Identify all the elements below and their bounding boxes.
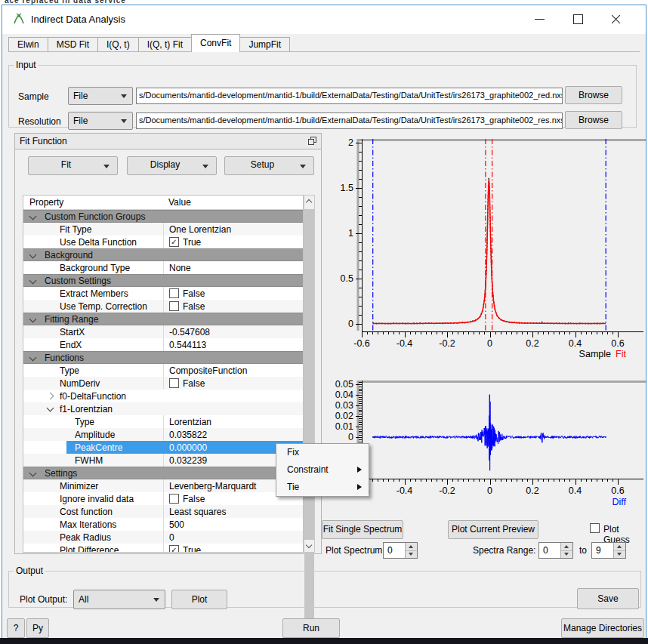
property-value[interactable]: One Lorentzian	[163, 223, 303, 236]
table-row[interactable]: PeakCentre0.000000	[23, 441, 303, 454]
difference-plot[interactable]: -0.6-0.4-0.200.20.40.600.010.020.030.040…	[326, 371, 646, 516]
tab-i-q-t-fit[interactable]: I(Q, t) Fit	[138, 37, 192, 52]
table-row[interactable]: Use Delta Function✓True	[23, 236, 303, 248]
scroll-up-icon[interactable]	[304, 196, 314, 208]
plot-button[interactable]: Plot	[171, 590, 227, 609]
checkbox-checked-icon[interactable]: ✓	[169, 237, 179, 247]
chevron-down-icon[interactable]	[29, 277, 37, 285]
property-value[interactable]: None	[163, 261, 303, 274]
save-button[interactable]: Save	[577, 588, 639, 609]
property-value[interactable]: 0	[163, 531, 303, 544]
table-row[interactable]: Background TypeNone	[23, 261, 303, 274]
scroll-down-icon[interactable]	[304, 540, 314, 552]
checkbox-unchecked-icon[interactable]	[169, 301, 179, 311]
tab-i-q-t[interactable]: I(Q, t)	[97, 37, 139, 52]
chevron-down-icon[interactable]	[29, 213, 37, 220]
chevron-down-icon[interactable]	[29, 354, 37, 362]
table-scrollbar[interactable]	[304, 195, 315, 553]
menu-item-tie[interactable]: Tie	[276, 479, 369, 496]
resolution-browse-button[interactable]: Browse	[565, 111, 622, 129]
property-value[interactable]: Lorentzian	[163, 415, 303, 428]
plot-guess-checkbox[interactable]	[590, 523, 600, 533]
spin-down-icon[interactable]	[614, 550, 625, 558]
resolution-file-field[interactable]: s/Documents/mantid-development/mantid-1/…	[136, 112, 563, 129]
property-value[interactable]: 0.544113	[163, 338, 303, 351]
table-row[interactable]: FWHM0.032239	[23, 454, 303, 467]
table-row[interactable]: StartX-0.547608	[23, 325, 303, 338]
property-value[interactable]: 0.035822	[163, 428, 303, 441]
property-value[interactable]: False	[163, 287, 303, 300]
table-branch-row[interactable]: f1-Lorentzian	[23, 402, 303, 415]
property-value[interactable]: 500	[163, 518, 303, 531]
table-row[interactable]: TypeLorentzian	[23, 415, 303, 428]
table-row[interactable]: Amplitude0.035822	[23, 428, 303, 441]
run-button[interactable]: Run	[282, 618, 340, 638]
spin-down-icon[interactable]	[561, 550, 572, 558]
table-group-row[interactable]: Settings	[23, 467, 303, 479]
resolution-source-combo[interactable]: File	[68, 112, 133, 130]
checkbox-unchecked-icon[interactable]	[169, 378, 179, 388]
checkbox-checked-icon[interactable]: ✓	[169, 545, 179, 553]
help-button[interactable]: ?	[7, 618, 25, 638]
close-button[interactable]	[599, 5, 632, 31]
property-value[interactable]: False	[163, 300, 303, 313]
table-row[interactable]: Cost functionLeast squares	[23, 505, 303, 518]
spectra-range-to-spinbox[interactable]: 9	[591, 542, 626, 559]
table-row[interactable]: TypeCompositeFunction	[23, 364, 303, 377]
property-value[interactable]: -0.547608	[163, 325, 303, 338]
table-branch-row[interactable]: f0-DeltaFunction	[23, 390, 303, 402]
setup-menu-button[interactable]: Setup	[224, 156, 314, 175]
table-row[interactable]: Ignore invalid dataFalse	[23, 492, 303, 505]
table-row[interactable]: Plot Difference✓True	[23, 544, 303, 553]
table-group-row[interactable]: Custom Settings	[23, 274, 303, 287]
table-group-row[interactable]: Background	[23, 248, 303, 261]
table-group-row[interactable]: Fitting Range	[23, 313, 303, 325]
chevron-down-icon[interactable]	[29, 470, 37, 477]
fit-single-spectrum-button[interactable]: Fit Single Spectrum	[322, 520, 403, 539]
menu-item-fix[interactable]: Fix	[276, 444, 369, 461]
chevron-down-icon[interactable]	[29, 316, 37, 323]
table-row[interactable]: Extract MembersFalse	[23, 287, 303, 300]
property-value[interactable]: Least squares	[163, 505, 303, 518]
table-group-row[interactable]: Custom Function Groups	[23, 210, 303, 223]
sample-file-field[interactable]: s/Documents/mantid-development/mantid-1/…	[136, 88, 563, 104]
checkbox-unchecked-icon[interactable]	[169, 288, 179, 298]
table-row[interactable]: MinimizerLevenberg-Marquardt	[23, 479, 303, 492]
table-row[interactable]: Max Iterations500	[23, 518, 303, 531]
tab-jumpfit[interactable]: JumpFit	[239, 37, 290, 52]
manage-directories-button[interactable]: Manage Directories	[561, 618, 644, 638]
float-panel-icon[interactable]	[308, 137, 316, 145]
spectra-range-from-spinbox[interactable]: 0	[538, 542, 573, 559]
chevron-down-icon[interactable]	[29, 251, 37, 259]
sample-source-combo[interactable]: File	[68, 87, 133, 105]
sample-fit-preview-plot[interactable]: -0.6-0.4-0.200.20.40.600.511.52SampleFit	[326, 133, 646, 371]
chevron-right-icon[interactable]	[47, 393, 54, 400]
title-bar[interactable]: Indirect Data Analysis	[2, 5, 646, 34]
property-value[interactable]: ✓True	[163, 236, 303, 248]
property-value[interactable]: False	[163, 377, 303, 390]
table-row[interactable]: Use Temp. CorrectionFalse	[23, 300, 303, 313]
tab-msd-fit[interactable]: MSD Fit	[48, 37, 98, 52]
table-row[interactable]: Peak Radius0	[23, 531, 303, 544]
python-export-button[interactable]: Py	[26, 618, 49, 638]
table-row[interactable]: Fit TypeOne Lorentzian	[23, 223, 303, 236]
table-row[interactable]: NumDerivFalse	[23, 377, 303, 390]
plot-current-preview-button[interactable]: Plot Current Preview	[448, 520, 538, 539]
fit-function-titlebar[interactable]: Fit Function	[15, 134, 321, 149]
spin-down-icon[interactable]	[406, 550, 417, 558]
menu-item-constraint[interactable]: Constraint	[276, 461, 369, 479]
table-row[interactable]: EndX0.544113	[23, 338, 303, 351]
display-menu-button[interactable]: Display	[127, 156, 217, 175]
plot-output-combo[interactable]: All	[73, 590, 165, 609]
tab-convfit[interactable]: ConvFit	[191, 34, 240, 52]
property-value[interactable]: CompositeFunction	[163, 364, 303, 377]
property-value[interactable]: ✓True	[163, 544, 303, 553]
sample-browse-button[interactable]: Browse	[565, 86, 622, 104]
fit-menu-button[interactable]: Fit	[28, 156, 118, 175]
checkbox-unchecked-icon[interactable]	[169, 494, 179, 504]
maximize-button[interactable]	[561, 5, 594, 31]
minimize-button[interactable]	[523, 5, 557, 31]
plot-spectrum-spinbox[interactable]: 0	[383, 542, 418, 559]
table-group-row[interactable]: Functions	[23, 351, 303, 364]
chevron-down-icon[interactable]	[47, 405, 54, 412]
